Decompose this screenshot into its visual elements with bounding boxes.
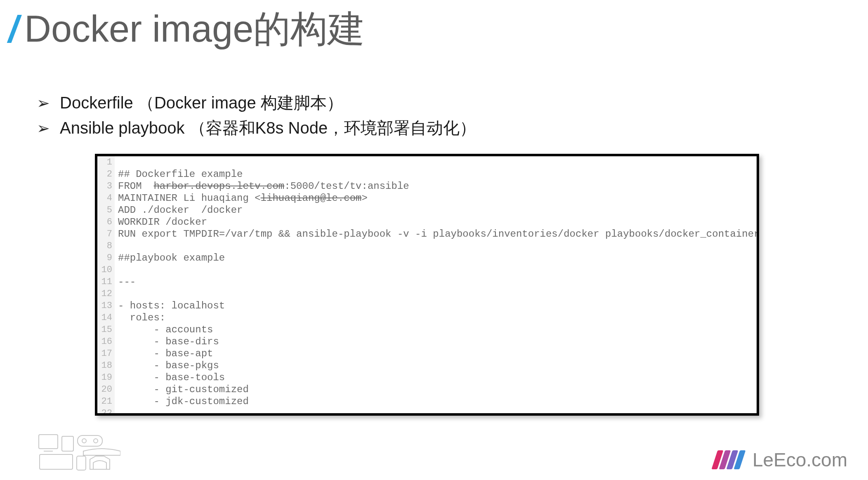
code-content: MAINTAINER Li huaqiang <lihuaqiang@le.co…: [115, 192, 368, 204]
line-number: 20: [97, 384, 115, 395]
code-content: [115, 288, 118, 300]
code-line: 17 - base-apt: [97, 348, 757, 360]
line-number: 13: [97, 300, 115, 312]
code-content: [115, 407, 118, 416]
svg-rect-4: [78, 435, 102, 446]
code-line: 4MAINTAINER Li huaqiang <lihuaqiang@le.c…: [97, 192, 757, 204]
code-content: FROM harbor.devops.letv.com:5000/test/tv…: [115, 180, 409, 192]
code-content: - hosts: localhost: [115, 300, 225, 312]
code-line: 8: [97, 240, 757, 252]
code-line: 10: [97, 264, 757, 276]
code-line: 22: [97, 407, 757, 416]
code-content: [115, 264, 118, 276]
line-number: 1: [97, 156, 115, 168]
code-line: 1: [97, 156, 757, 168]
svg-point-5: [82, 439, 86, 443]
line-number: 17: [97, 348, 115, 360]
line-number: 21: [97, 395, 115, 407]
line-number: 7: [97, 228, 115, 240]
code-content: - git-customized: [115, 384, 249, 395]
code-content: - base-dirs: [115, 336, 219, 348]
code-line: 13- hosts: localhost: [97, 300, 757, 312]
code-content: roles:: [115, 312, 165, 324]
footer-slash-icon: [715, 450, 743, 469]
bullet-list: ➢ Dockerfile （Docker image 构建脚本） ➢ Ansib…: [35, 92, 868, 139]
code-line: 15 - accounts: [97, 324, 757, 336]
line-number: 12: [97, 288, 115, 300]
line-number: 10: [97, 264, 115, 276]
code-content: ---: [115, 276, 136, 288]
svg-point-6: [94, 439, 98, 443]
line-number: 4: [97, 192, 115, 204]
code-line: 9##playbook example: [97, 252, 757, 264]
line-number: 22: [97, 407, 115, 416]
code-line: 14 roles:: [97, 312, 757, 324]
code-content: - base-pkgs: [115, 360, 219, 372]
code-line: 16 - base-dirs: [97, 336, 757, 348]
footer-device-icons: [38, 434, 120, 471]
line-number: 8: [97, 240, 115, 252]
footer-brand-text: LeEco.com: [752, 449, 847, 471]
code-line: 19 - base-tools: [97, 372, 757, 384]
code-line: 12: [97, 288, 757, 300]
line-number: 9: [97, 252, 115, 264]
line-number: 16: [97, 336, 115, 348]
code-content: WORKDIR /docker: [115, 216, 207, 228]
code-content: - base-tools: [115, 372, 225, 384]
line-number: 18: [97, 360, 115, 372]
code-line: 5ADD ./docker /docker: [97, 204, 757, 216]
bullet-text: Dockerfile （Docker image 构建脚本）: [60, 92, 343, 114]
bullet-marker-icon: ➢: [35, 119, 60, 137]
code-line: 11---: [97, 276, 757, 288]
code-example-box: 12## Dockerfile example3FROM harbor.devo…: [95, 154, 759, 416]
line-number: 14: [97, 312, 115, 324]
line-number: 11: [97, 276, 115, 288]
bullet-marker-icon: ➢: [35, 94, 60, 112]
line-number: 19: [97, 372, 115, 384]
line-number: 6: [97, 216, 115, 228]
code-line: 18 - base-pkgs: [97, 360, 757, 372]
svg-rect-7: [40, 454, 73, 469]
code-content: ##playbook example: [115, 252, 225, 264]
svg-rect-3: [62, 436, 73, 451]
bullet-item: ➢ Ansible playbook （容器和K8s Node，环境部署自动化）: [35, 117, 868, 139]
line-number: 5: [97, 204, 115, 216]
bullet-text: Ansible playbook （容器和K8s Node，环境部署自动化）: [60, 117, 476, 139]
code-content: - accounts: [115, 324, 213, 336]
line-number: 3: [97, 180, 115, 192]
code-line: 7RUN export TMPDIR=/var/tmp && ansible-p…: [97, 228, 757, 240]
line-number: 15: [97, 324, 115, 336]
line-number: 2: [97, 168, 115, 180]
bullet-item: ➢ Dockerfile （Docker image 构建脚本）: [35, 92, 868, 114]
footer-brand-row: LeEco.com: [715, 449, 847, 471]
code-content: ADD ./docker /docker: [115, 204, 243, 216]
code-content: RUN export TMPDIR=/var/tmp && ansible-pl…: [115, 228, 759, 240]
code-line: 3FROM harbor.devops.letv.com:5000/test/t…: [97, 180, 757, 192]
code-line: 6WORKDIR /docker: [97, 216, 757, 228]
code-line: 20 - git-customized: [97, 384, 757, 395]
code-line: 21 - jdk-customized: [97, 395, 757, 407]
svg-rect-8: [77, 456, 86, 470]
code-line: 2## Dockerfile example: [97, 168, 757, 180]
svg-rect-0: [39, 435, 58, 449]
code-content: - jdk-customized: [115, 395, 249, 407]
code-content: [115, 240, 118, 252]
slide-title-row: / Docker image的构建: [0, 4, 868, 54]
code-content: [115, 156, 118, 168]
code-content: - base-apt: [115, 348, 213, 360]
slide-title: Docker image的构建: [24, 4, 365, 54]
title-accent-slash: /: [8, 8, 16, 51]
code-content: ## Dockerfile example: [115, 168, 243, 180]
